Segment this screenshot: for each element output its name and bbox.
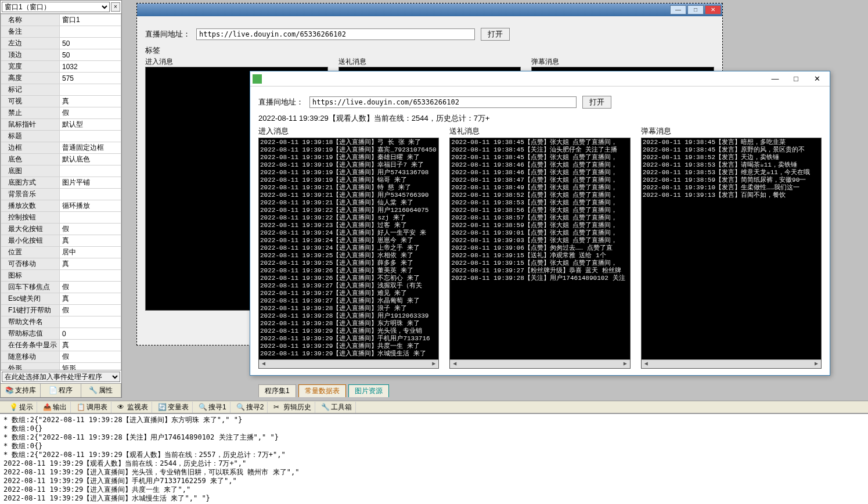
rt-minimize-icon[interactable]: — <box>765 72 786 86</box>
file-tab[interactable]: 程序集1 <box>258 384 296 397</box>
property-value[interactable]: 真 <box>60 293 121 305</box>
property-value[interactable]: 0 <box>60 328 121 340</box>
property-row[interactable]: Esc键关闭真 <box>1 293 121 305</box>
property-value[interactable]: 矩形 <box>60 363 121 370</box>
property-value[interactable]: 575 <box>60 73 121 84</box>
property-value[interactable]: 假 <box>60 107 121 119</box>
property-value[interactable]: 50 <box>60 49 121 61</box>
property-row[interactable]: 名称窗口1 <box>1 15 121 26</box>
rt-enter-log[interactable]: 2022-08-11 19:39:18【进入直播间】弓 长 张 来了2022-0… <box>258 138 439 369</box>
property-value[interactable]: 假 <box>60 305 121 316</box>
property-value[interactable]: 假 <box>60 282 121 293</box>
rt-open-button[interactable]: 打开 <box>582 96 611 109</box>
property-row[interactable]: 备注 <box>1 26 121 38</box>
property-row[interactable]: 帮助标志值0 <box>1 328 121 340</box>
property-row[interactable]: 高度575 <box>1 73 121 84</box>
property-row[interactable]: 底图 <box>1 165 121 177</box>
rt-url-input[interactable] <box>309 96 577 108</box>
panel-tab[interactable]: 🔧属性 <box>81 384 121 397</box>
property-row[interactable]: 位置居中 <box>1 247 121 258</box>
property-value[interactable]: 默认型 <box>60 119 121 131</box>
minimize-icon[interactable]: — <box>670 5 686 15</box>
property-row[interactable]: 宽度1032 <box>1 61 121 73</box>
property-value[interactable]: 真 <box>60 96 121 107</box>
rt-gift-log[interactable]: 2022-08-11 19:38:45【点赞】张大姐 点赞了直播间，2022-0… <box>449 138 630 369</box>
property-row[interactable]: 在任务条中显示真 <box>1 340 121 351</box>
scroll-left-icon[interactable]: ◀ <box>450 360 459 368</box>
tool-button[interactable]: ✂剪辑历史 <box>270 402 315 413</box>
property-value[interactable]: 循环播放 <box>60 200 121 212</box>
property-value[interactable]: 假 <box>60 351 121 363</box>
tool-button[interactable]: 📤输出 <box>39 402 71 413</box>
scroll-left-icon[interactable]: ◀ <box>259 360 268 368</box>
tool-button[interactable]: 💡提示 <box>6 402 37 413</box>
open-button[interactable]: 打开 <box>481 28 510 41</box>
property-value[interactable] <box>60 84 121 96</box>
tool-button[interactable]: 🔧工具箱 <box>318 402 356 413</box>
tool-button[interactable]: 📋调用表 <box>73 402 111 413</box>
property-value[interactable] <box>60 270 121 282</box>
close-icon[interactable]: ✕ <box>705 5 721 15</box>
property-value[interactable] <box>60 131 121 142</box>
property-row[interactable]: 可否移动真 <box>1 258 121 270</box>
property-value[interactable]: 窗口1 <box>60 15 121 26</box>
property-row[interactable]: 随意移动假 <box>1 351 121 363</box>
event-handler-select[interactable]: 在此处选择加入事件处理子程序 <box>2 372 120 382</box>
property-row[interactable]: 最大化按钮假 <box>1 224 121 235</box>
property-row[interactable]: 帮助文件名 <box>1 316 121 328</box>
property-row[interactable]: F1键打开帮助假 <box>1 305 121 316</box>
property-value[interactable]: 图片平铺 <box>60 177 121 189</box>
property-row[interactable]: 禁止假 <box>1 107 121 119</box>
panel-tab[interactable]: 📚支持库 <box>1 384 41 397</box>
property-value[interactable] <box>60 212 121 224</box>
property-row[interactable]: 播放次数循环播放 <box>1 200 121 212</box>
property-value[interactable] <box>60 189 121 200</box>
tool-button[interactable]: 🔄变量表 <box>154 402 193 413</box>
property-row[interactable]: 底色默认底色 <box>1 154 121 165</box>
property-value[interactable]: 假 <box>60 224 121 235</box>
tool-button[interactable]: 👁监视表 <box>114 402 152 413</box>
property-row[interactable]: 控制按钮 <box>1 212 121 224</box>
file-tab[interactable]: 常量数据表 <box>298 384 346 397</box>
tool-button[interactable]: 🔍搜寻1 <box>195 402 230 413</box>
scroll-right-icon[interactable]: ▶ <box>621 360 630 368</box>
scroll-left-icon[interactable]: ◀ <box>642 360 651 368</box>
property-value[interactable]: 真 <box>60 258 121 270</box>
property-value[interactable]: 普通固定边框 <box>60 142 121 154</box>
property-value[interactable] <box>60 165 121 177</box>
url-input[interactable] <box>196 28 475 40</box>
property-row[interactable]: 标题 <box>1 131 121 142</box>
scroll-right-icon[interactable]: ▶ <box>429 360 438 368</box>
tool-button[interactable]: 🔍搜寻2 <box>233 402 268 413</box>
property-row[interactable]: 回车下移焦点假 <box>1 282 121 293</box>
output-pane[interactable]: * 数组:2{"2022-08-11 19:39:28【进入直播间】东方明珠 来… <box>0 413 868 504</box>
rt-chat-log[interactable]: 2022-08-11 19:38:45【发言】暗想，多吃韭菜2022-08-11… <box>641 138 822 369</box>
property-value[interactable] <box>60 26 121 38</box>
property-row[interactable]: 标记 <box>1 84 121 96</box>
property-row[interactable]: 背景音乐 <box>1 189 121 200</box>
property-row[interactable]: 鼠标指针默认型 <box>1 119 121 131</box>
control-select[interactable]: 窗口1（窗口） <box>2 2 110 12</box>
property-value[interactable]: 真 <box>60 340 121 351</box>
property-value[interactable]: 1032 <box>60 61 121 73</box>
maximize-icon[interactable]: □ <box>687 5 704 15</box>
property-value[interactable] <box>60 316 121 328</box>
file-tab[interactable]: 图片资源 <box>348 384 389 397</box>
rt-maximize-icon[interactable]: □ <box>786 72 806 86</box>
property-value[interactable]: 居中 <box>60 247 121 258</box>
panel-close-icon[interactable]: × <box>111 2 120 12</box>
property-row[interactable]: 可视真 <box>1 96 121 107</box>
property-row[interactable]: 顶边50 <box>1 49 121 61</box>
scroll-right-icon[interactable]: ▶ <box>812 360 821 368</box>
property-row[interactable]: 底图方式图片平铺 <box>1 177 121 189</box>
property-value[interactable]: 50 <box>60 38 121 49</box>
property-row[interactable]: 边框普通固定边框 <box>1 142 121 154</box>
property-value[interactable]: 真 <box>60 235 121 247</box>
property-row[interactable]: 图标 <box>1 270 121 282</box>
rt-close-icon[interactable]: ✕ <box>806 72 827 86</box>
property-row[interactable]: 左边50 <box>1 38 121 49</box>
panel-tab[interactable]: 📄程序 <box>41 384 81 397</box>
property-row[interactable]: 最小化按钮真 <box>1 235 121 247</box>
property-row[interactable]: 外形矩形 <box>1 363 121 370</box>
property-value[interactable]: 默认底色 <box>60 154 121 165</box>
